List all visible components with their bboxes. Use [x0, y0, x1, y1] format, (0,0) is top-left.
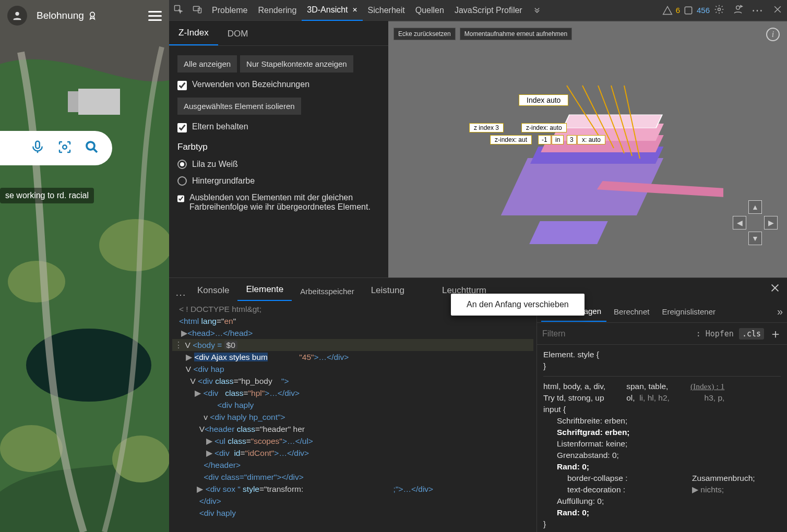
- zlabel-3: 3: [567, 135, 577, 144]
- zindex-panel: Z-Index DOM Alle anzeigen Nur Stapelkont…: [169, 21, 388, 277]
- use-labels-checkbox[interactable]: Verwenden von Bezeichnungen: [177, 80, 380, 90]
- zlabel-in: in: [552, 135, 564, 144]
- avatar[interactable]: [7, 6, 27, 26]
- styles-filter-input[interactable]: [542, 329, 691, 338]
- device-toolbar-icon[interactable]: [188, 4, 207, 17]
- show-all-button[interactable]: Alle anzeigen: [177, 55, 237, 72]
- pan-arrows: ▲ ◀▶ ▼: [733, 200, 779, 246]
- settings-icon[interactable]: [710, 4, 729, 17]
- zlabel-m1: -1: [538, 135, 551, 144]
- more-tabs-icon[interactable]: [528, 4, 546, 17]
- zlabel-index-auto: Index auto: [519, 94, 568, 106]
- rewards-label: Belohnung: [37, 10, 84, 21]
- feedback-icon[interactable]: [729, 4, 747, 17]
- aerial-map-background: [0, 0, 169, 532]
- isolate-button[interactable]: Ausgewähltes Element isolieren: [177, 98, 301, 115]
- svg-point-2: [8, 261, 65, 303]
- styles-sidebar: Formatvorlagen Berechnet Ereignislistene…: [536, 301, 787, 532]
- pan-left-button[interactable]: ◀: [733, 216, 746, 229]
- svg-rect-6: [78, 89, 120, 115]
- drawer-tab-konsole[interactable]: Konsole: [189, 280, 237, 301]
- new-style-rule-icon[interactable]: ＋: [769, 325, 782, 342]
- svg-rect-26: [529, 221, 608, 244]
- drawer-tabs: ⋯ Konsole Elemente Arbeitsspeicher Leist…: [169, 278, 787, 301]
- hamburger-menu-icon[interactable]: [148, 11, 162, 21]
- svg-point-3: [99, 219, 169, 271]
- zlabel-z3: z index 3: [469, 123, 504, 132]
- search-icon[interactable]: [84, 139, 100, 157]
- close-tab-icon[interactable]: ✕: [352, 6, 357, 14]
- voice-search-icon[interactable]: [30, 139, 45, 157]
- devtools-toolbar: Probleme Rendering 3D-Ansicht✕ Sicherhei…: [169, 0, 787, 21]
- tab-sicherheit[interactable]: Sicherheit: [363, 0, 410, 21]
- style-rules[interactable]: Element. style { } html, body, a, div, T…: [537, 345, 787, 532]
- zlabel-zauto: z-index: auto: [521, 123, 567, 132]
- devtools: Probleme Rendering 3D-Ansicht✕ Sicherhei…: [169, 0, 787, 532]
- browser-page: Belohnung se working to rd. racial: [0, 0, 169, 532]
- svg-point-11: [63, 145, 67, 149]
- svg-point-17: [718, 8, 721, 10]
- svg-point-4: [0, 425, 63, 472]
- color-type-title: Farbtyp: [177, 142, 380, 152]
- color-opt-purple[interactable]: Lila zu Weiß: [177, 160, 380, 169]
- info-icon[interactable]: i: [766, 28, 780, 41]
- drawer-tab-elemente[interactable]: Elemente: [237, 279, 292, 301]
- inspect-element-icon[interactable]: [169, 4, 188, 17]
- styles-tab-ereignislistener[interactable]: Ereignislistener: [657, 302, 721, 321]
- hov-toggle[interactable]: : Hopfen: [696, 329, 734, 338]
- news-headline[interactable]: se working to rd. racial: [0, 188, 94, 203]
- context-menu-item[interactable]: An den Anfang verschieben: [451, 294, 585, 316]
- pan-up-button[interactable]: ▲: [748, 200, 762, 214]
- svg-rect-7: [68, 91, 78, 112]
- drawer-tab-leistung[interactable]: Leistung: [363, 280, 413, 301]
- svg-rect-24: [564, 115, 661, 128]
- tab-js-profiler[interactable]: JavaScript Profiler: [449, 0, 528, 21]
- dom-tree[interactable]: < ! DOCTYPE html&gt; <html lang="en" ▶<h…: [169, 301, 536, 532]
- svg-rect-16: [685, 7, 691, 14]
- color-opt-bg[interactable]: Hintergrundfarbe: [177, 176, 380, 186]
- reset-corner-button[interactable]: Ecke zurücksetzen: [394, 28, 456, 40]
- close-devtools-icon[interactable]: [768, 4, 787, 17]
- keep-parents-checkbox[interactable]: Eltern behalten: [177, 122, 380, 132]
- hide-same-color-checkbox[interactable]: Ausblenden von Elementen mit der gleiche…: [177, 193, 380, 212]
- svg-point-8: [15, 12, 19, 16]
- subtab-zindex[interactable]: Z-Index: [169, 21, 218, 45]
- pan-down-button[interactable]: ▼: [748, 232, 762, 245]
- retake-snapshot-button[interactable]: Momentaufnahme erneut aufnehmen: [460, 28, 572, 40]
- subtab-dom[interactable]: DOM: [218, 22, 258, 45]
- tab-quellen[interactable]: Quellen: [410, 0, 449, 21]
- svg-point-12: [87, 142, 94, 150]
- issues-counter[interactable]: 6 456: [662, 5, 710, 16]
- rewards-link[interactable]: Belohnung: [37, 10, 98, 21]
- tab-3d-ansicht[interactable]: 3D-Ansicht✕: [302, 0, 362, 21]
- devtools-middle: Z-Index DOM Alle anzeigen Nur Stapelkont…: [169, 21, 787, 277]
- styles-more-tabs-icon[interactable]: »: [777, 306, 783, 318]
- drawer-more-icon[interactable]: ⋯: [173, 288, 189, 301]
- only-stacking-button[interactable]: Nur Stapelkontexte anzeigen: [240, 55, 353, 72]
- more-menu-icon[interactable]: ⋯: [747, 4, 768, 17]
- svg-point-18: [736, 6, 740, 9]
- drawer-close-icon[interactable]: [769, 282, 781, 296]
- styles-tab-berechnet[interactable]: Berechnet: [609, 302, 654, 321]
- svg-rect-10: [35, 141, 40, 149]
- devtools-drawer: ⋯ Konsole Elemente Arbeitsspeicher Leist…: [169, 277, 787, 532]
- lens-search-icon[interactable]: [57, 139, 73, 157]
- tab-probleme[interactable]: Probleme: [207, 0, 253, 21]
- cls-toggle[interactable]: .cls: [739, 328, 764, 340]
- pan-right-button[interactable]: ▶: [764, 216, 778, 229]
- tab-rendering[interactable]: Rendering: [253, 0, 302, 21]
- search-pill: [0, 131, 112, 165]
- svg-point-9: [90, 12, 94, 16]
- drawer-tab-arbeitsspeicher[interactable]: Arbeitsspeicher: [292, 282, 362, 301]
- zlabel-zauto2: z-index: aut: [490, 135, 532, 144]
- browser-top-bar: Belohnung: [0, 0, 169, 31]
- zlabel-xauto: x: auto: [577, 135, 605, 144]
- 3d-layers: [452, 44, 723, 265]
- 3d-viewport[interactable]: Ecke zurücksetzen Momentaufnahme erneut …: [388, 21, 787, 277]
